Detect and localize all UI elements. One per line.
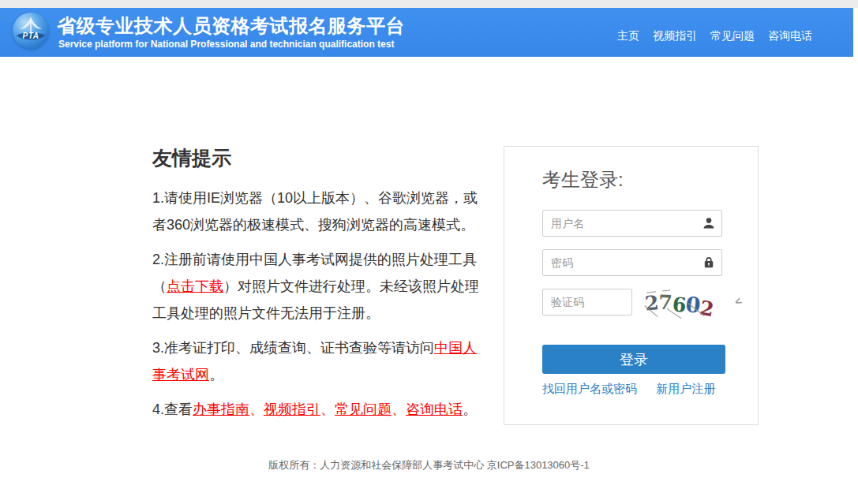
tip-cpta-prefix: 3.准考证打印、成绩查询、证书查验等请访问	[152, 340, 434, 356]
top-nav: 主页 视频指引 常见问题 咨询电话	[617, 29, 812, 43]
password-row	[542, 249, 722, 276]
captcha-row: 27602 <	[542, 289, 763, 315]
tip-browser: 1.请使用IE浏览器（10以上版本）、谷歌浏览器，或者360浏览器的极速模式、搜…	[152, 185, 490, 238]
username-input[interactable]	[542, 210, 722, 237]
separator: 、	[249, 401, 264, 417]
nav-hotline[interactable]: 咨询电话	[768, 29, 812, 43]
copyright-text: 版权所有：人力资源和社会保障部人事考试中心 京ICP备13013060号-1	[268, 459, 590, 471]
captcha-image[interactable]: 27602 <	[645, 289, 729, 317]
lock-icon	[703, 256, 715, 269]
hotline-link[interactable]: 咨询电话	[406, 401, 463, 417]
password-input[interactable]	[542, 249, 722, 276]
login-button[interactable]: 登录	[542, 345, 725, 374]
username-row	[542, 210, 722, 237]
tip-guides-prefix: 4.查看	[152, 401, 193, 417]
download-photo-tool-link[interactable]: 点击下载	[167, 278, 223, 294]
login-panel-links: 找回用户名或密码 新用户注册	[542, 382, 758, 397]
captcha-input[interactable]	[542, 289, 632, 315]
tip-photo-tool: 2.注册前请使用中国人事考试网提供的照片处理工具（点击下载）对照片文件进行处理。…	[152, 246, 490, 327]
user-icon	[703, 217, 715, 230]
login-panel: 考生登录: 27602 < 登录 找回用户名或密码 新用户注册	[504, 146, 759, 425]
platform-logo-icon: PTA	[13, 13, 49, 49]
faq-link[interactable]: 常见问题	[335, 401, 392, 417]
page-title: 省级专业技术人员资格考试报名服务平台	[57, 13, 405, 39]
forgot-credentials-link[interactable]: 找回用户名或密码	[542, 382, 637, 395]
top-strip	[0, 0, 858, 8]
nav-home[interactable]: 主页	[617, 29, 639, 43]
page-subtitle: Service platform for National Profession…	[58, 39, 394, 50]
video-guide-link[interactable]: 视频指引	[264, 401, 320, 417]
tip-browser-text: 1.请使用IE浏览器（10以上版本）、谷歌浏览器，或者360浏览器的极速模式、搜…	[152, 190, 478, 233]
logo-emblem-icon	[13, 13, 49, 49]
separator: 、	[320, 401, 335, 417]
tips-heading: 友情提示	[152, 145, 490, 171]
nav-video-guide[interactable]: 视频指引	[653, 29, 697, 43]
tip-guides: 4.查看办事指南、视频指引、常见问题、咨询电话。	[152, 396, 490, 423]
footer: 版权所有：人力资源和社会保障部人事考试中心 京ICP备13013060号-1	[0, 458, 858, 472]
friendly-tips-section: 友情提示 1.请使用IE浏览器（10以上版本）、谷歌浏览器，或者360浏览器的极…	[152, 145, 490, 431]
captcha-noise-mark: <	[732, 294, 744, 308]
tip-cpta-site: 3.准考证打印、成绩查询、证书查验等请访问中国人事考试网。	[152, 334, 490, 388]
login-heading: 考生登录:	[542, 167, 758, 192]
register-link[interactable]: 新用户注册	[656, 382, 715, 395]
separator: 、	[392, 401, 406, 417]
tip-cpta-suffix: 。	[209, 367, 223, 383]
nav-faq[interactable]: 常见问题	[710, 29, 755, 43]
logo-text: PTA	[13, 32, 49, 40]
service-guide-link[interactable]: 办事指南	[193, 401, 249, 417]
header: PTA 省级专业技术人员资格考试报名服务平台 Service platform …	[0, 8, 853, 57]
tip-guides-suffix: 。	[463, 401, 477, 417]
